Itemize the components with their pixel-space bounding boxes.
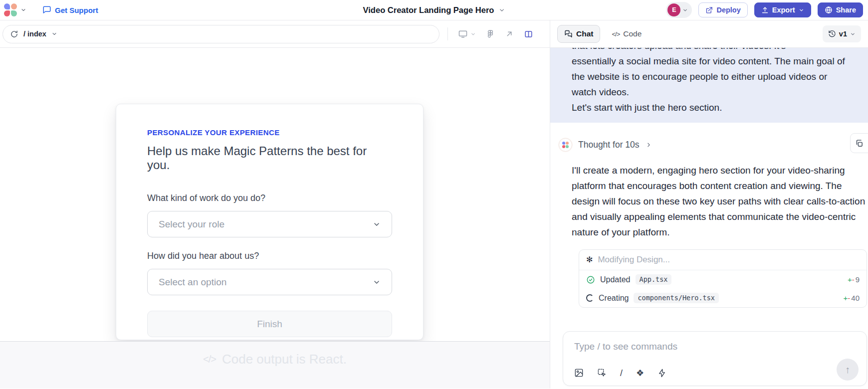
code-icon: </> [612, 30, 620, 38]
export-button[interactable]: Export [754, 2, 811, 17]
status-card-title: Modifying Design... [598, 255, 670, 265]
tab-chat-label: Chat [576, 29, 593, 38]
figma-export-button[interactable] [484, 27, 497, 40]
chevron-down-icon [20, 7, 26, 13]
select-element-icon[interactable] [597, 368, 607, 378]
chevron-down-icon [373, 220, 381, 228]
file-row[interactable]: Creating components/Hero.tsx + - 40 [579, 289, 867, 307]
chevron-down-icon [799, 7, 804, 13]
preview-panel: PERSONALIZE YOUR EXPERIENCE Help us make… [0, 48, 550, 389]
chat-bubble-icon [42, 5, 51, 14]
tab-code-label: Code [623, 29, 642, 38]
figma-icon [486, 29, 495, 38]
chat-bubbles-icon [564, 30, 573, 38]
diff-count: + - 9 [848, 275, 860, 284]
device-preview-button[interactable] [456, 27, 478, 41]
get-support-label: Get Support [55, 6, 98, 14]
arrow-up-icon: ↑ [845, 364, 850, 376]
divider [447, 27, 448, 40]
account-menu[interactable]: E [666, 2, 692, 18]
export-label: Export [772, 6, 795, 14]
preview-footer: </> Code output is React. [0, 341, 550, 389]
image-attach-icon[interactable] [574, 368, 584, 378]
topbar-actions: E Deploy Export [666, 2, 863, 18]
question1-label: What kind of work do you do? [147, 193, 392, 203]
version-label: v1 [839, 30, 847, 38]
monitor-icon [458, 29, 468, 39]
lightning-icon[interactable] [657, 369, 666, 378]
share-button[interactable]: Share [818, 2, 863, 17]
route-selector[interactable]: / index [2, 25, 439, 43]
status-card-header: ✻ Modifying Design... [579, 250, 867, 270]
version-selector[interactable]: v1 [823, 25, 861, 42]
refresh-icon[interactable] [10, 30, 18, 38]
thought-toggle[interactable]: Thought for 10s [559, 138, 652, 152]
code-output-label: Code output is React. [222, 352, 347, 367]
chat-input-tools: / ❖ [574, 368, 666, 378]
assistant-message: I'll create a modern, engaging hero sect… [572, 163, 868, 240]
magic-patterns-app: Get Support Video Creator Landing Page H… [0, 0, 868, 389]
deploy-label: Deploy [716, 6, 740, 14]
file-name: App.tsx [636, 274, 672, 285]
file-status: Creating [599, 294, 629, 303]
modal-eyebrow: PERSONALIZE YOUR EXPERIENCE [147, 128, 392, 137]
heard-about-select[interactable]: Select an option [147, 269, 392, 295]
page-title: Video Creator Landing Page Hero [363, 5, 494, 15]
diff-count: + - 40 [844, 294, 860, 302]
chat-input[interactable] [574, 339, 827, 355]
check-circle-icon [586, 275, 595, 284]
question2-label: How did you hear about us? [147, 251, 392, 261]
personalize-modal: PERSONALIZE YOUR EXPERIENCE Help us make… [116, 104, 424, 340]
open-in-new-window-button[interactable] [503, 27, 516, 40]
slash-command-icon[interactable]: / [620, 369, 623, 378]
app-logo-menu[interactable] [4, 3, 26, 16]
file-status: Updated [600, 275, 631, 284]
tab-chat[interactable]: Chat [557, 25, 600, 43]
components-icon[interactable]: ❖ [636, 369, 644, 378]
chevron-down-icon [51, 31, 57, 37]
modal-heading: Help us make Magic Patterns the best for… [147, 144, 392, 172]
code-icon: </> [203, 354, 216, 365]
project-title-menu[interactable]: Video Creator Landing Page Hero [363, 5, 505, 15]
magic-patterns-logo-icon [4, 3, 17, 16]
split-view-toggle[interactable] [522, 27, 535, 41]
main-content: PERSONALIZE YOUR EXPERIENCE Help us make… [0, 48, 868, 389]
upload-icon [761, 6, 769, 14]
thought-label: Thought for 10s [578, 140, 640, 150]
tab-code[interactable]: </> Code [605, 25, 648, 43]
sparkle-icon: ✻ [586, 256, 593, 264]
chevron-down-icon [850, 31, 856, 37]
build-status-card: ✻ Modifying Design... Updated App.tsx + … [579, 249, 867, 308]
user-message-body: essentially a social media site for vide… [572, 53, 854, 100]
file-row[interactable]: Updated App.tsx + - 9 [579, 270, 867, 289]
globe-icon [825, 6, 833, 14]
share-label: Share [836, 6, 856, 14]
role-select[interactable]: Select your role [147, 211, 392, 237]
split-view-icon [524, 29, 533, 39]
avatar: E [667, 3, 680, 16]
chevron-down-icon [373, 278, 381, 286]
user-message-last-line: Let's start with just the hero section. [572, 100, 854, 115]
route-path: / index [23, 30, 46, 38]
deploy-button[interactable]: Deploy [698, 2, 747, 17]
chat-toolbar: Chat </> Code v1 [550, 20, 868, 47]
chevron-down-icon [470, 31, 476, 37]
preview-toolbar: / index [0, 20, 550, 47]
get-support-link[interactable]: Get Support [42, 5, 98, 14]
role-select-placeholder: Select your role [159, 219, 224, 230]
history-icon [828, 30, 836, 38]
send-button[interactable]: ↑ [837, 359, 859, 381]
toolbar: / index [0, 20, 868, 48]
chat-panel: that lets creators upload and share thei… [550, 48, 868, 389]
finish-button[interactable]: Finish [147, 311, 392, 337]
magic-patterns-logo-icon [562, 142, 569, 149]
topbar: Get Support Video Creator Landing Page H… [0, 0, 868, 20]
user-message-clipped-line: that lets creators upload and share thei… [572, 48, 854, 53]
external-link-icon [705, 6, 713, 14]
heard-about-placeholder: Select an option [159, 277, 226, 288]
arrow-up-right-icon [505, 29, 514, 38]
copy-message-button[interactable] [850, 133, 868, 153]
chevron-down-icon [682, 7, 688, 13]
copy-icon [855, 139, 864, 148]
chevron-right-icon [646, 142, 652, 148]
